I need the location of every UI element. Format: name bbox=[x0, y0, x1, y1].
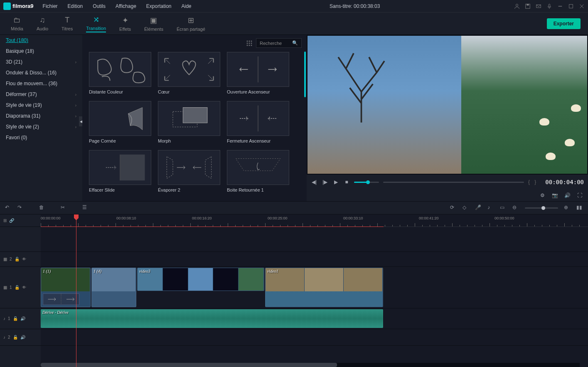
transition-item[interactable]: Page Cornée bbox=[89, 101, 151, 143]
transition-item[interactable]: Ouverture Ascenseur bbox=[227, 52, 289, 94]
clip-a1[interactable]: Dérive - Dérive bbox=[41, 309, 383, 328]
link-icon[interactable]: 🔗 bbox=[9, 218, 14, 223]
grid-scrollbar[interactable] bbox=[304, 52, 306, 97]
crop-icon[interactable]: ▭ bbox=[500, 204, 507, 211]
timeline-ruler[interactable]: 00:00:00:0000:00:08:1000:00:16:2000:00:2… bbox=[41, 214, 588, 227]
markers-brackets[interactable]: { } bbox=[528, 179, 538, 185]
maximize-icon[interactable] bbox=[568, 3, 574, 9]
progress-bar[interactable] bbox=[383, 182, 524, 183]
play-button[interactable]: ▶ bbox=[332, 179, 339, 185]
menu-help[interactable]: Aide bbox=[177, 2, 196, 11]
user-icon[interactable] bbox=[514, 3, 520, 9]
menu-file[interactable]: Fichier bbox=[39, 2, 62, 11]
menu-tools[interactable]: Outils bbox=[89, 2, 110, 11]
category-item[interactable]: Flou de mouvem... (36) bbox=[0, 78, 82, 89]
menu-view[interactable]: Affichage bbox=[111, 2, 140, 11]
zoom-out-icon[interactable]: ⊖ bbox=[512, 204, 519, 211]
playhead[interactable] bbox=[76, 214, 76, 367]
category-item[interactable]: Tout (180) bbox=[0, 35, 82, 46]
grid-view-icon[interactable] bbox=[246, 40, 253, 47]
close-icon[interactable] bbox=[579, 3, 585, 9]
transition-item[interactable]: Distante Couleur bbox=[89, 52, 151, 94]
lock-icon[interactable]: 🔓 bbox=[13, 316, 18, 321]
transition-item[interactable]: Évaporer 2 bbox=[158, 150, 220, 192]
track-row-gap bbox=[41, 227, 588, 252]
delete-icon[interactable]: 🗑 bbox=[39, 204, 46, 211]
undo-icon[interactable]: ↶ bbox=[5, 204, 12, 211]
category-item[interactable]: Diaporama (31)› bbox=[0, 111, 82, 121]
preview-volume-icon[interactable]: 🔊 bbox=[564, 192, 571, 199]
category-item[interactable]: Favori (0) bbox=[0, 132, 82, 143]
mute-icon[interactable]: 🔊 bbox=[20, 335, 25, 340]
transition-thumb bbox=[227, 150, 289, 185]
timeline-hscrollbar[interactable] bbox=[41, 363, 580, 367]
tab-audio[interactable]: ♫Audio bbox=[30, 14, 55, 33]
category-item[interactable]: 3D (21)› bbox=[0, 57, 82, 67]
render-icon[interactable]: ⟳ bbox=[450, 204, 457, 211]
tab-transition[interactable]: ⤨Transition bbox=[79, 13, 113, 34]
volume-slider[interactable] bbox=[354, 182, 379, 183]
tree-branches-icon bbox=[323, 36, 400, 132]
zoom-slider[interactable] bbox=[525, 207, 558, 209]
clip-v1-2[interactable]: 1 (4) bbox=[91, 268, 136, 307]
transition-label: Fermeture Ascenseur bbox=[227, 138, 289, 143]
audio-mixer-icon[interactable]: ♪ bbox=[487, 204, 494, 211]
stop-button[interactable]: ■ bbox=[343, 179, 350, 185]
tab-effects[interactable]: ✦Effets bbox=[113, 14, 138, 33]
timeline-layout-icon[interactable]: ▮▮ bbox=[576, 204, 583, 211]
tab-split[interactable]: ⊞Écran partagé bbox=[170, 14, 212, 33]
timeline-tracks[interactable]: 00:00:00:0000:00:08:1000:00:16:2000:00:2… bbox=[41, 214, 588, 367]
transition-item[interactable]: Fermeture Ascenseur bbox=[227, 101, 289, 143]
transition-label: Boite Retournée 1 bbox=[227, 187, 289, 192]
next-frame-button[interactable]: |▶ bbox=[322, 179, 328, 185]
search-input[interactable]: Recherche 🔍 bbox=[256, 38, 302, 48]
transition-item[interactable]: Boite Retournée 1 bbox=[227, 150, 289, 192]
category-item[interactable]: Déformer (37)› bbox=[0, 89, 82, 100]
category-item[interactable]: Style de vie (2)› bbox=[0, 121, 82, 132]
category-label: 3D (21) bbox=[6, 59, 22, 65]
category-item[interactable]: Onduler & Disso... (16) bbox=[0, 67, 82, 78]
tab-elements[interactable]: ▣Éléments bbox=[138, 14, 170, 33]
fullscreen-icon[interactable]: ⛶ bbox=[576, 192, 583, 199]
mute-icon[interactable]: 🔊 bbox=[20, 316, 25, 321]
zoom-in-icon[interactable]: ⊕ bbox=[564, 204, 571, 211]
clip-v1-1[interactable]: 1 (1) bbox=[41, 268, 91, 307]
transition-on-clip[interactable] bbox=[43, 293, 79, 305]
audio-track-icon: ♪ bbox=[3, 316, 5, 321]
minimize-icon[interactable] bbox=[557, 3, 563, 9]
transition-label: Ouverture Ascenseur bbox=[227, 89, 289, 94]
transition-label: Page Cornée bbox=[89, 138, 151, 143]
add-track-icon[interactable]: ⊞ bbox=[3, 218, 7, 223]
save-icon[interactable] bbox=[525, 3, 531, 9]
category-item[interactable]: Basique (18) bbox=[0, 46, 82, 57]
marker-icon[interactable]: ◇ bbox=[463, 204, 469, 211]
visibility-icon[interactable]: 👁 bbox=[22, 285, 26, 290]
adjust-icon[interactable]: ☰ bbox=[82, 204, 89, 211]
visibility-icon[interactable]: 👁 bbox=[22, 257, 26, 261]
record-vo-icon[interactable]: 🎤 bbox=[475, 204, 482, 211]
lock-icon[interactable]: 🔓 bbox=[15, 285, 20, 290]
menu-edit[interactable]: Edition bbox=[64, 2, 87, 11]
mic-icon[interactable] bbox=[546, 3, 552, 9]
prev-frame-button[interactable]: ◀| bbox=[311, 179, 317, 185]
tab-media[interactable]: 🗀Média bbox=[4, 14, 30, 33]
split-icon[interactable]: ✂ bbox=[61, 204, 67, 211]
lock-icon[interactable]: 🔓 bbox=[13, 335, 18, 340]
menu-export[interactable]: Exportation bbox=[142, 2, 176, 11]
mail-icon[interactable] bbox=[536, 3, 541, 9]
lock-icon[interactable]: 🔓 bbox=[15, 257, 20, 261]
category-item[interactable]: Style de vie (19)› bbox=[0, 100, 82, 111]
preview-viewport[interactable] bbox=[308, 36, 587, 174]
transition-item[interactable]: Morph bbox=[158, 101, 220, 143]
clip-v1-4[interactable]: video1 bbox=[265, 268, 383, 307]
display-settings-icon[interactable]: ⚙ bbox=[539, 192, 546, 199]
redo-icon[interactable]: ↷ bbox=[17, 204, 24, 211]
export-button[interactable]: Exporter bbox=[547, 18, 581, 29]
transition-item[interactable]: Cœur bbox=[158, 52, 220, 94]
text-icon: T bbox=[65, 16, 69, 25]
snapshot-icon[interactable]: 📷 bbox=[551, 192, 558, 199]
transition-item[interactable]: Effacer Slide bbox=[89, 150, 151, 192]
tab-titles[interactable]: TTitres bbox=[55, 14, 79, 33]
clip-v1-3[interactable]: video3 bbox=[137, 268, 264, 291]
svg-point-16 bbox=[249, 44, 250, 46]
